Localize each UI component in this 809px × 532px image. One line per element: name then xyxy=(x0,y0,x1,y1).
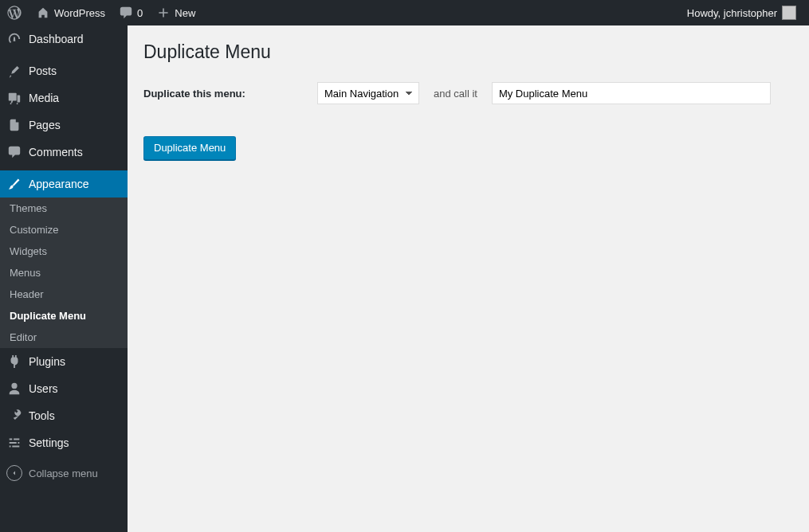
pages-icon xyxy=(6,117,22,133)
sidebar-item-posts[interactable]: Posts xyxy=(0,57,128,84)
content-area: Duplicate Menu Duplicate this menu: Main… xyxy=(128,25,809,532)
sidebar-item-label: Tools xyxy=(29,409,55,422)
comments-menu[interactable]: 0 xyxy=(112,0,149,25)
sidebar-item-label: Media xyxy=(29,92,59,104)
source-menu-select[interactable]: Main Navigation xyxy=(317,82,419,104)
plug-icon xyxy=(6,354,22,370)
brush-icon xyxy=(6,176,22,192)
wrench-icon xyxy=(6,408,22,424)
sidebar-item-users[interactable]: Users xyxy=(0,375,128,402)
account-menu[interactable]: Howdy, jchristopher xyxy=(677,0,803,25)
dashboard-icon xyxy=(6,31,22,47)
sidebar-item-tools[interactable]: Tools xyxy=(0,402,128,429)
sidebar-item-label: Pages xyxy=(29,119,61,131)
submenu-widgets[interactable]: Widgets xyxy=(0,241,128,262)
sidebar-item-settings[interactable]: Settings xyxy=(0,429,128,456)
sidebar-item-appearance[interactable]: Appearance xyxy=(0,170,128,198)
admin-bar-left: WordPress 0 New xyxy=(0,0,202,25)
admin-bar: WordPress 0 New Howdy, jchristopher xyxy=(0,0,809,25)
sidebar-item-label: Appearance xyxy=(29,178,89,190)
new-menu-name-input[interactable] xyxy=(492,82,771,104)
sidebar-item-comments[interactable]: Comments xyxy=(0,139,128,166)
wordpress-logo-icon xyxy=(6,5,22,21)
duplicate-label: Duplicate this menu: xyxy=(143,88,303,100)
sidebar-item-label: Plugins xyxy=(29,355,65,368)
comments-count: 0 xyxy=(137,7,143,19)
admin-bar-right: Howdy, jchristopher xyxy=(677,0,809,25)
site-menu[interactable]: WordPress xyxy=(29,0,112,25)
submenu-duplicate-menu[interactable]: Duplicate Menu xyxy=(0,305,128,327)
duplicate-menu-button[interactable]: Duplicate Menu xyxy=(143,136,236,160)
duplicate-form-row: Duplicate this menu: Main Navigation and… xyxy=(143,82,793,104)
collapse-label: Collapse menu xyxy=(29,467,98,479)
site-name-label: WordPress xyxy=(54,7,105,19)
between-text: and call it xyxy=(434,88,477,100)
submenu-editor[interactable]: Editor xyxy=(0,327,128,348)
sidebar-item-label: Posts xyxy=(29,65,57,77)
wp-logo-menu[interactable] xyxy=(0,0,29,25)
sidebar-item-plugins[interactable]: Plugins xyxy=(0,348,128,375)
submenu-header[interactable]: Header xyxy=(0,284,128,305)
submenu-themes[interactable]: Themes xyxy=(0,198,128,219)
comment-bubble-icon xyxy=(118,5,134,21)
page-title: Duplicate Menu xyxy=(143,41,793,63)
user-icon xyxy=(6,381,22,397)
new-content-menu[interactable]: New xyxy=(149,0,202,25)
sidebar-item-label: Dashboard xyxy=(29,33,84,45)
avatar xyxy=(782,6,796,20)
sidebar-item-dashboard[interactable]: Dashboard xyxy=(0,25,128,53)
media-icon xyxy=(6,90,22,106)
sidebar-item-label: Comments xyxy=(29,146,83,158)
comment-icon xyxy=(6,144,22,160)
sliders-icon xyxy=(6,435,22,451)
plus-icon xyxy=(155,5,171,21)
collapse-menu[interactable]: Collapse menu xyxy=(0,460,128,487)
howdy-label: Howdy, jchristopher xyxy=(687,7,777,19)
sidebar-item-label: Settings xyxy=(29,436,69,449)
submenu-customize[interactable]: Customize xyxy=(0,219,128,241)
sidebar-item-label: Users xyxy=(29,382,58,395)
home-icon xyxy=(35,5,51,21)
new-label: New xyxy=(175,7,195,19)
submenu-menus[interactable]: Menus xyxy=(0,262,128,284)
pin-icon xyxy=(6,63,22,79)
appearance-submenu: Themes Customize Widgets Menus Header Du… xyxy=(0,198,128,348)
sidebar-item-media[interactable]: Media xyxy=(0,84,128,111)
sidebar-item-pages[interactable]: Pages xyxy=(0,111,128,139)
collapse-icon xyxy=(6,465,22,481)
admin-sidebar: Dashboard Posts Media Pages Commen xyxy=(0,25,128,532)
